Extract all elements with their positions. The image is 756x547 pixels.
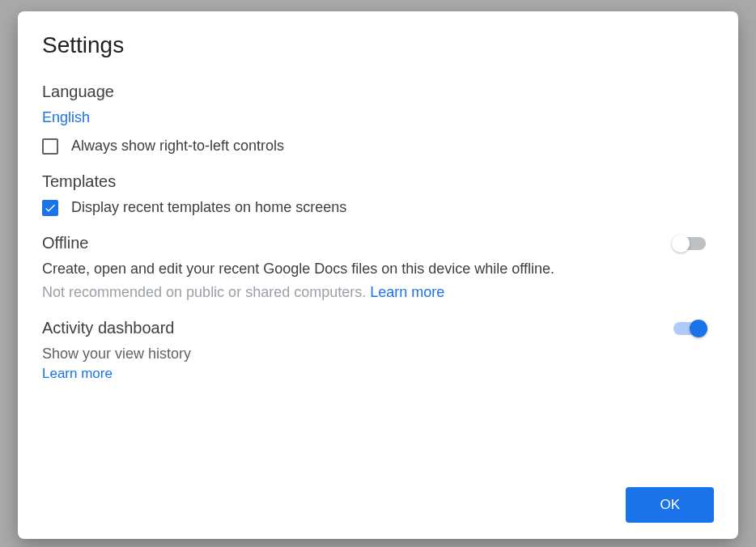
offline-section: Offline Create, open and edit your recen…	[42, 234, 714, 301]
activity-learn-more-link[interactable]: Learn more	[42, 366, 113, 382]
offline-learn-more-link[interactable]: Learn more	[370, 284, 444, 300]
activity-heading: Activity dashboard	[42, 319, 673, 337]
settings-dialog: Settings Language English Always show ri…	[18, 11, 738, 539]
spacer	[42, 400, 714, 479]
offline-warning: Not recommended on public or shared comp…	[42, 284, 366, 300]
templates-section: Templates Display recent templates on ho…	[42, 172, 714, 216]
rtl-checkbox[interactable]	[42, 138, 58, 155]
toggle-knob	[672, 235, 690, 252]
templates-checkbox-label: Display recent templates on home screens	[71, 199, 346, 216]
ok-button[interactable]: OK	[626, 487, 714, 523]
language-section: Language English Always show right-to-le…	[42, 83, 714, 155]
offline-warning-row: Not recommended on public or shared comp…	[42, 284, 673, 301]
templates-checkbox[interactable]	[42, 200, 58, 216]
rtl-checkbox-row: Always show right-to-left controls	[42, 138, 714, 155]
activity-toggle[interactable]	[673, 322, 706, 335]
offline-description: Create, open and edit your recent Google…	[42, 261, 673, 278]
activity-section: Activity dashboard Show your view histor…	[42, 319, 714, 382]
rtl-checkbox-label: Always show right-to-left controls	[71, 138, 284, 155]
templates-heading: Templates	[42, 172, 714, 191]
dialog-title: Settings	[42, 32, 714, 58]
check-icon	[44, 201, 57, 214]
templates-checkbox-row: Display recent templates on home screens	[42, 199, 714, 216]
offline-heading: Offline	[42, 234, 673, 252]
offline-toggle[interactable]	[673, 237, 706, 250]
language-current-link[interactable]: English	[42, 109, 90, 125]
activity-description: Show your view history	[42, 346, 673, 363]
toggle-knob	[690, 320, 707, 337]
button-row: OK	[42, 487, 714, 523]
activity-body: Activity dashboard Show your view histor…	[42, 319, 673, 382]
offline-body: Offline Create, open and edit your recen…	[42, 234, 673, 301]
language-heading: Language	[42, 83, 714, 101]
